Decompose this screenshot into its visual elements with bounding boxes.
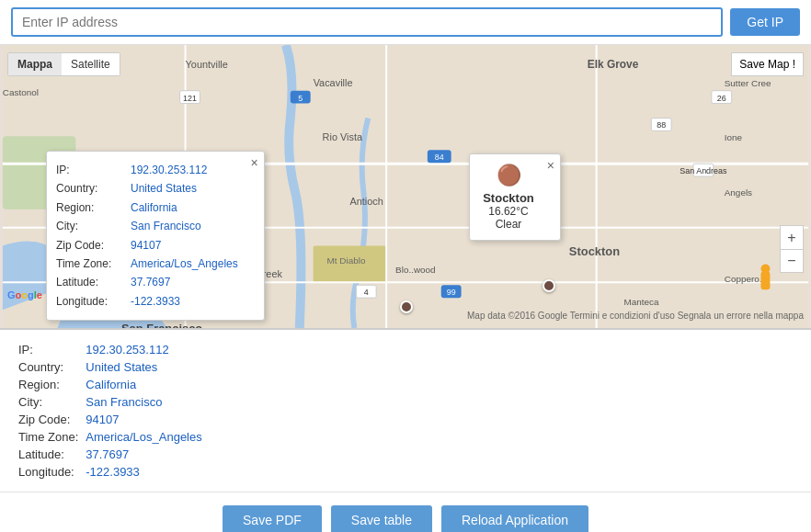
svg-point-49: [760, 264, 770, 273]
svg-text:Stockton: Stockton: [569, 244, 620, 258]
map-container: 5 84 121 88 26 San Andreas 29 99 4 Yount…: [0, 45, 811, 330]
popup-label-ip: IP:: [56, 161, 125, 179]
save-pdf-button[interactable]: Save PDF: [223, 505, 322, 532]
popup-value-lon: -122.3933: [131, 292, 180, 311]
weather-condition: Clear: [483, 218, 534, 231]
svg-text:Yountville: Yountville: [186, 59, 228, 70]
popup-value-city: San Francisco: [131, 217, 201, 235]
map-type-controls: Mappa Satellite: [7, 52, 120, 76]
popup-value-timezone: America/Los_Angeles: [131, 255, 238, 273]
map-attribution: Map data ©2016 Google Termini e condizio…: [467, 311, 804, 321]
reload-button[interactable]: Reload Application: [441, 505, 588, 532]
map-info-popup: × IP: 192.30.253.112 Country: United Sta…: [46, 151, 265, 321]
weather-icon: 🟤: [483, 164, 534, 187]
zoom-out-button[interactable]: −: [780, 249, 804, 273]
popup-value-lat: 37.7697: [131, 273, 170, 291]
zoom-in-button[interactable]: +: [780, 225, 804, 249]
popup-row-city: City: San Francisco: [56, 217, 238, 235]
popup-label-lat: Latitude:: [56, 273, 125, 291]
info-label-3: City:: [18, 395, 78, 409]
svg-text:Blo..wood: Blo..wood: [395, 265, 436, 275]
info-value-6: 37.7697: [86, 447, 793, 461]
svg-text:Vacaville: Vacaville: [314, 77, 353, 88]
map-type-mappa[interactable]: Mappa: [8, 53, 62, 75]
svg-text:4: 4: [364, 288, 369, 297]
popup-row-zip: Zip Code: 94107: [56, 236, 238, 255]
svg-text:Antioch: Antioch: [349, 196, 383, 207]
popup-row-timezone: Time Zone: America/Los_Angeles: [56, 255, 238, 273]
svg-text:Angels: Angels: [725, 187, 752, 198]
popup-label-zip: Zip Code:: [56, 236, 125, 255]
info-label-2: Region:: [18, 378, 78, 391]
popup-label-lon: Longitude:: [56, 292, 125, 311]
info-label-5: Time Zone:: [18, 430, 78, 444]
svg-text:Mt Diablo: Mt Diablo: [327, 255, 366, 266]
info-value-1: United States: [86, 360, 793, 374]
info-value-2: California: [86, 378, 793, 391]
popup-row-country: Country: United States: [56, 179, 238, 198]
svg-text:Castonol: Castonol: [3, 87, 39, 97]
weather-popup-close-button[interactable]: ×: [547, 159, 554, 172]
svg-text:Ione: Ione: [725, 132, 743, 142]
google-logo: Google: [7, 289, 42, 300]
svg-text:Sutter Cree: Sutter Cree: [725, 78, 771, 88]
action-bar: Save PDF Save table Reload Application: [0, 492, 811, 532]
marker-dot-brown1: [400, 300, 413, 313]
svg-text:Coppero...: Coppero...: [725, 274, 767, 284]
weather-temp: 16.62°C: [483, 205, 534, 218]
info-label-1: Country:: [18, 360, 78, 374]
svg-text:99: 99: [447, 288, 456, 297]
svg-text:26: 26: [717, 94, 726, 103]
weather-city: Stockton: [483, 191, 534, 205]
info-label-0: IP:: [18, 343, 78, 357]
info-value-3: San Francisco: [86, 395, 793, 409]
popup-close-button[interactable]: ×: [251, 156, 258, 169]
svg-text:84: 84: [435, 153, 444, 162]
zoom-controls: + −: [780, 225, 804, 273]
save-map-button[interactable]: Save Map !: [731, 52, 804, 76]
info-table: IP:192.30.253.112Country:United StatesRe…: [18, 343, 793, 479]
map-type-satellite[interactable]: Satellite: [62, 53, 120, 75]
save-table-button[interactable]: Save table: [331, 505, 432, 532]
info-value-7: -122.3933: [86, 465, 793, 479]
info-label-6: Latitude:: [18, 447, 78, 461]
popup-row-ip: IP: 192.30.253.112: [56, 161, 238, 179]
svg-text:Manteca: Manteca: [623, 297, 659, 307]
map-marker-brown1[interactable]: [400, 300, 413, 313]
info-value-4: 94107: [86, 413, 793, 426]
ip-input[interactable]: 192.30.253.112: [11, 7, 723, 37]
svg-text:88: 88: [657, 120, 666, 130]
svg-text:San Francisco: San Francisco: [121, 322, 202, 328]
popup-label-region: Region:: [56, 198, 125, 217]
info-label-4: Zip Code:: [18, 413, 78, 426]
svg-text:San Andreas: San Andreas: [680, 166, 727, 175]
info-panel: IP:192.30.253.112Country:United StatesRe…: [0, 330, 811, 492]
top-bar: 192.30.253.112 Get IP: [0, 0, 811, 45]
popup-row-lon: Longitude: -122.3933: [56, 292, 238, 311]
svg-text:Elk Grove: Elk Grove: [588, 58, 639, 71]
popup-label-city: City:: [56, 217, 125, 235]
svg-rect-48: [760, 271, 770, 289]
popup-label-country: Country:: [56, 179, 125, 198]
map-marker-stockton[interactable]: [543, 279, 555, 292]
info-value-5: America/Los_Angeles: [86, 430, 793, 444]
popup-value-zip: 94107: [131, 236, 161, 255]
popup-value-country: United States: [131, 179, 197, 198]
info-value-0: 192.30.253.112: [86, 343, 793, 357]
popup-label-timezone: Time Zone:: [56, 255, 125, 273]
popup-row-lat: Latitude: 37.7697: [56, 273, 238, 291]
popup-value-region: California: [131, 198, 177, 217]
info-label-7: Longitude:: [18, 465, 78, 479]
svg-text:Rio Vista: Rio Vista: [323, 131, 363, 142]
popup-row-region: Region: California: [56, 198, 238, 217]
svg-text:5: 5: [298, 94, 303, 103]
popup-value-ip: 192.30.253.112: [131, 161, 207, 179]
svg-text:121: 121: [183, 94, 197, 103]
marker-dot-stockton: [543, 279, 555, 292]
get-ip-button[interactable]: Get IP: [730, 8, 800, 36]
weather-popup: × 🟤 Stockton 16.62°C Clear: [469, 153, 561, 241]
